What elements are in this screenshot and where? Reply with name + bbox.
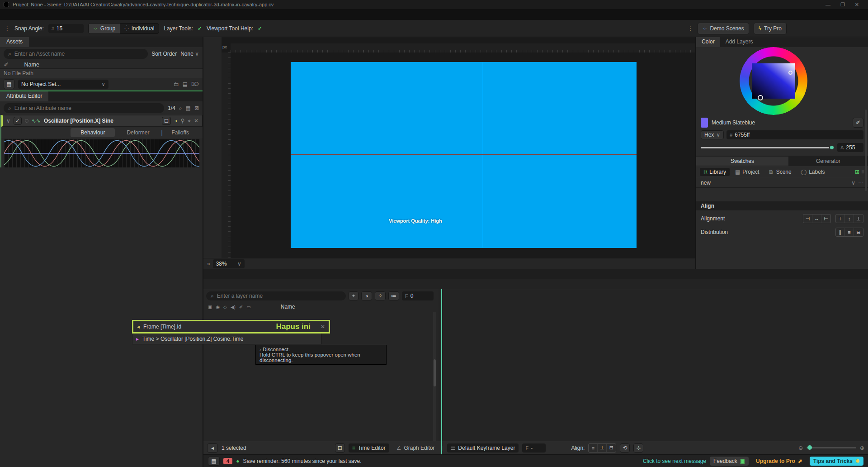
target-icon[interactable]: ⌖: [188, 118, 191, 124]
distribute-grid-icon[interactable]: ⊟: [854, 228, 863, 236]
playhead-line[interactable]: [441, 289, 442, 454]
messages-icon[interactable]: ▤: [208, 457, 220, 466]
footer-frame-input[interactable]: F-: [522, 443, 546, 453]
magnet-snap-icon[interactable]: ⊹: [633, 443, 643, 453]
graph-editor-button[interactable]: ∠Graph Editor: [393, 443, 439, 453]
composition-canvas[interactable]: [291, 62, 637, 248]
track-area[interactable]: [439, 289, 868, 454]
keyframe-layer-dropdown[interactable]: ☰Default Keyframe Layer: [447, 443, 519, 453]
color-wheel[interactable]: [696, 47, 868, 115]
demo-scenes-button[interactable]: ⁘Demo Scenes: [698, 23, 749, 34]
grid-view-icon[interactable]: ⊞: [855, 169, 859, 175]
sort-order-dropdown[interactable]: None ∨: [180, 51, 199, 57]
collapse-list-icon[interactable]: ◂: [207, 443, 218, 453]
in-connection-icon[interactable]: ◑: [174, 118, 177, 124]
tab-generator[interactable]: Generator: [788, 158, 868, 164]
trash-icon[interactable]: ⌦: [191, 81, 199, 87]
timeline-zoom-slider[interactable]: [807, 447, 856, 448]
color-mode-dropdown[interactable]: Hex∨: [701, 130, 724, 139]
zoom-in-icon[interactable]: ⊕: [860, 445, 864, 451]
attribute-search-input[interactable]: ⌕ Enter an Attribute name: [4, 103, 164, 113]
swatch-source-scene[interactable]: 🗎Scene: [765, 168, 795, 176]
eyedropper-button[interactable]: ✐: [853, 118, 863, 128]
swatch-source-labels[interactable]: ◯Labels: [797, 168, 829, 176]
individual-button[interactable]: ⁛Individual: [120, 24, 159, 33]
folder-icon[interactable]: 🗀: [174, 81, 179, 87]
pin-icon[interactable]: ⚲: [180, 118, 184, 124]
tab-color[interactable]: Color: [696, 37, 720, 47]
kf-align-right-icon[interactable]: ⊟: [607, 444, 616, 452]
close-attribute-icon[interactable]: ✕: [194, 118, 198, 124]
color-square-picker[interactable]: [752, 63, 795, 99]
align-middle-icon[interactable]: ↕: [845, 214, 854, 223]
project-set-dropdown[interactable]: No Project Set...∨: [18, 80, 108, 89]
viewport-zoom-dropdown[interactable]: 38%∨: [213, 259, 245, 268]
solo-radio[interactable]: [25, 119, 28, 123]
tab-assets[interactable]: Assets: [0, 37, 29, 47]
current-color-swatch[interactable]: [701, 118, 708, 128]
loop-region-icon[interactable]: ⟲: [620, 443, 630, 453]
tab-behaviour[interactable]: Behaviour: [71, 128, 115, 137]
restore-button[interactable]: ❐: [840, 2, 845, 8]
zoom-attributes-icon[interactable]: ⌕: [179, 105, 182, 111]
filter-settings-icon[interactable]: ≔: [388, 291, 399, 300]
popover-connection-1[interactable]: ◂ Frame [Time].Id Hapus ini ✕: [132, 320, 330, 334]
popover-connection-2[interactable]: ▸ Time > Oscillator [Position.Z] Cosine.…: [132, 334, 322, 344]
close-button[interactable]: ✕: [855, 2, 859, 8]
align-right-icon[interactable]: ⊢: [821, 214, 830, 223]
add-layer-button[interactable]: ＋: [349, 291, 359, 300]
asset-search-input[interactable]: ⌕ Enter an Asset name: [4, 49, 148, 59]
panel-scrollbar[interactable]: [865, 110, 867, 191]
swatch-source-project[interactable]: ▤Project: [731, 168, 763, 176]
swatch-source-library[interactable]: ‖\Library: [700, 168, 730, 176]
try-pro-button[interactable]: ϟTry Pro: [754, 23, 787, 34]
pin-attributes-icon[interactable]: ▤: [186, 105, 191, 111]
collapse-chevron-icon[interactable]: ∨: [6, 118, 10, 124]
align-top-icon[interactable]: ⊤: [836, 214, 845, 223]
next-message-link[interactable]: Click to see next message: [643, 458, 706, 464]
tab-attribute-editor[interactable]: Attribute Editor: [0, 91, 48, 101]
tab-falloffs[interactable]: Falloffs: [163, 128, 198, 137]
layer-tools-check[interactable]: ✓: [198, 25, 202, 32]
tips-and-tricks-button[interactable]: Tips and Tricks✹: [810, 457, 863, 466]
feedback-button[interactable]: Feedback▣: [710, 457, 749, 466]
project-folder-icon[interactable]: ▤: [4, 79, 14, 89]
viewport-tool-help-check[interactable]: ✓: [258, 25, 262, 32]
layer-search-input[interactable]: ⌕ Enter a layer name: [206, 291, 346, 300]
align-left-icon[interactable]: ⊣: [803, 214, 812, 223]
panel-layout-icon[interactable]: ⊟: [162, 117, 171, 125]
layer-list-scrollbar[interactable]: [433, 312, 436, 441]
zoom-out-icon[interactable]: ⊖: [798, 445, 803, 451]
list-view-icon[interactable]: ≡: [861, 169, 864, 175]
clear-filter-icon[interactable]: ⊠: [194, 105, 199, 111]
upgrade-to-pro-button[interactable]: Upgrade to Pro⬈: [752, 457, 806, 466]
kf-align-mid-icon[interactable]: ⊥: [598, 444, 607, 452]
tab-add-layers[interactable]: Add Layers: [720, 37, 759, 47]
enabled-toggle[interactable]: ✓: [14, 117, 22, 125]
kf-align-left-icon[interactable]: ≡: [589, 444, 598, 452]
filter-behaviours-icon[interactable]: ⁘: [375, 291, 386, 300]
tab-swatches[interactable]: Swatches: [696, 157, 788, 166]
distribute-h-icon[interactable]: ∥: [836, 228, 845, 236]
current-frame-input[interactable]: F0: [402, 291, 434, 300]
tab-deformer[interactable]: Deformer: [115, 128, 161, 137]
viewport[interactable]: px Viewport Quality: High: [222, 37, 695, 258]
monitor-icon[interactable]: ⬓: [183, 81, 188, 87]
popover-close-icon[interactable]: ✕: [321, 324, 325, 330]
time-editor-button[interactable]: ≡Time Editor: [349, 443, 389, 453]
sv-selector[interactable]: [788, 71, 793, 75]
expand-tools-icon[interactable]: »: [207, 261, 210, 267]
align-center-h-icon[interactable]: ↔: [812, 214, 821, 223]
filter-shapes-icon[interactable]: ◑: [361, 291, 372, 300]
message-count-badge[interactable]: 4: [223, 458, 232, 464]
minimize-button[interactable]: —: [826, 2, 830, 8]
hex-input[interactable]: #6755ff: [726, 130, 863, 139]
group-button[interactable]: ⁘Group: [89, 24, 120, 33]
focus-layer-icon[interactable]: ⊡: [335, 443, 345, 453]
align-bottom-icon[interactable]: ⊥: [854, 214, 863, 223]
alpha-slider[interactable]: [701, 147, 834, 148]
alpha-input[interactable]: A255: [837, 143, 863, 152]
snap-angle-input[interactable]: #15: [48, 24, 84, 33]
group-menu-icon[interactable]: ⋯: [858, 180, 863, 186]
distribute-v-icon[interactable]: ≡: [845, 228, 854, 236]
